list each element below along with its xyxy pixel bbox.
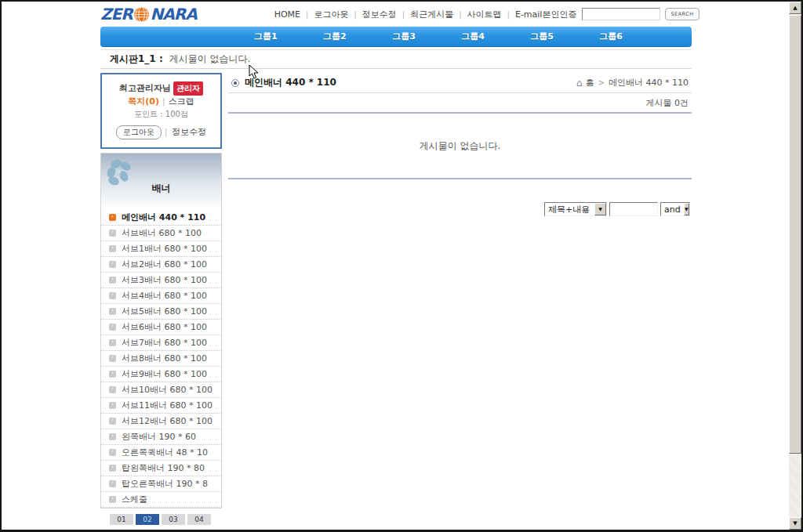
radio-bullet-icon — [231, 79, 239, 87]
board-notice-bar: 게시판1_1 :게시물이 없습니다. — [100, 49, 692, 69]
breadcrumb-current: 메인배너 440 * 110 — [609, 77, 689, 89]
pager-04[interactable]: 04 — [187, 514, 211, 525]
chevron-down-icon[interactable]: ▼ — [684, 203, 689, 215]
arrow-bullet-icon — [109, 402, 116, 409]
arrow-bullet-icon — [109, 386, 116, 393]
menu-item-sub6-banner[interactable]: 서브6배너 680 * 100 — [101, 320, 221, 335]
menu-item-sub9-banner[interactable]: 서브9배너 680 * 100 — [101, 367, 221, 382]
menu-item-sub5-banner[interactable]: 서브5배너 680 * 100 — [101, 304, 221, 320]
menu-item-top-left-banner[interactable]: 탑왼쪽배너 190 * 80 — [101, 461, 221, 476]
menu-item-right-quick-banner[interactable]: 오른쪽퀵배너 48 * 10 — [101, 445, 221, 461]
chevron-down-icon[interactable]: ▼ — [594, 203, 606, 215]
nav-sitemap[interactable]: 사이트맵 — [462, 9, 507, 20]
arrow-bullet-icon — [109, 465, 116, 472]
menu-item-left-banner[interactable]: 왼쪽배너 190 * 60 — [101, 429, 221, 445]
menu-item-main-banner[interactable]: 메인배너 440 * 110 — [101, 210, 221, 226]
search-field-value: 제목+내용 — [545, 204, 593, 215]
gnb-group1[interactable]: 그룹1 — [254, 31, 278, 42]
arrow-bullet-icon — [109, 355, 116, 362]
menu-item-top-right-banner[interactable]: 탑오른쪽배너 190 * 8 — [101, 476, 221, 492]
breadcrumb-home[interactable]: 홈 — [586, 77, 594, 89]
breadcrumb: ⌂ 홈 > 메인배너 440 * 110 — [576, 77, 692, 89]
menu-item-sub10-banner[interactable]: 서브10배너 680 * 100 — [101, 382, 221, 398]
arrow-bullet-icon — [109, 214, 116, 221]
nav-home[interactable]: HOME — [269, 9, 306, 20]
scrap-link[interactable]: 스크랩 — [169, 96, 194, 107]
search-operator-select[interactable]: and ▼ — [660, 202, 690, 216]
arrow-bullet-icon — [109, 245, 116, 252]
banner-menu: 배너 메인배너 440 * 110 서브배너 680 * 100 서브1배너 6… — [100, 153, 222, 508]
board-main: 메인배너 440 * 110 ⌂ 홈 > 메인배너 440 * 110 게시물 … — [228, 73, 692, 525]
menu-item-schedule[interactable]: 스케줄 — [101, 492, 221, 508]
menu-item-sub7-banner[interactable]: 서브7배너 680 * 100 — [101, 335, 221, 351]
admin-separator: | — [162, 96, 165, 107]
scroll-down-button[interactable]: ▼ — [789, 517, 801, 530]
nav-recent-posts[interactable]: 최근게시물 — [405, 9, 459, 20]
header-search-input[interactable] — [582, 8, 660, 20]
skin-pager: 01 02 03 04 — [100, 514, 222, 525]
memo-link[interactable]: 쪽지(0) — [128, 96, 159, 107]
edit-info-link[interactable]: 정보수정 — [172, 127, 206, 137]
gnb-group4[interactable]: 그룹4 — [461, 31, 485, 42]
vertical-scrollbar[interactable]: ▲ ▼ — [789, 2, 801, 530]
point-label: 포인트 : 100점 — [104, 108, 219, 120]
arrow-bullet-icon — [109, 324, 116, 331]
pager-02[interactable]: 02 — [136, 514, 159, 525]
pager-01[interactable]: 01 — [110, 514, 133, 525]
header-search-button[interactable]: SEARCH — [665, 8, 699, 20]
admin-user-name: 최고관리자님 — [119, 83, 171, 93]
arrow-bullet-icon — [109, 371, 116, 378]
gnb-group3[interactable]: 그룹3 — [392, 31, 416, 42]
board-search-row: 제목+내용 ▼ and ▼ — [228, 202, 692, 216]
group-nav-bar: 그룹1 그룹2 그룹3 그룹4 그룹5 그룹6 — [100, 27, 692, 47]
sidebar: 최고관리자님관리자 쪽지(0)|스크랩 포인트 : 100점 로그아웃|정보수정 — [100, 73, 222, 525]
logo-text-left: ZER — [100, 5, 133, 24]
globe-icon — [133, 6, 150, 23]
menu-item-sub1-banner[interactable]: 서브1배너 680 * 100 — [101, 241, 221, 257]
site-logo[interactable]: ZER NARA — [100, 5, 197, 24]
pager-03[interactable]: 03 — [162, 514, 185, 525]
scrollbar-thumb[interactable] — [789, 15, 801, 454]
board-title-row: 메인배너 440 * 110 ⌂ 홈 > 메인배너 440 * 110 — [228, 73, 692, 93]
arrow-bullet-icon — [109, 496, 116, 503]
arrow-bullet-icon — [109, 433, 116, 440]
logout-button[interactable]: 로그아웃 — [116, 125, 162, 139]
admin-badge: 관리자 — [173, 81, 203, 96]
gnb-group2[interactable]: 그룹2 — [323, 31, 347, 42]
menu-item-sub2-banner[interactable]: 서브2배너 680 * 100 — [101, 257, 221, 273]
empty-message: 게시물이 없습니다. — [228, 114, 692, 179]
banner-menu-title: 배너 — [101, 182, 221, 195]
nav-logout[interactable]: 로그아웃 — [308, 9, 354, 20]
breadcrumb-separator: > — [598, 78, 605, 87]
menu-item-sub-banner[interactable]: 서브배너 680 * 100 — [101, 226, 221, 241]
gnb-group6[interactable]: 그룹6 — [599, 31, 623, 42]
arrow-bullet-icon — [109, 261, 116, 268]
board-search-input[interactable] — [609, 202, 658, 216]
menu-item-sub3-banner[interactable]: 서브3배너 680 * 100 — [101, 273, 221, 288]
search-field-select[interactable]: 제목+내용 ▼ — [544, 202, 607, 216]
post-count: 게시물 0건 — [228, 93, 692, 114]
menu-item-sub8-banner[interactable]: 서브8배너 680 * 100 — [101, 351, 221, 367]
site-header: ZER NARA HOME | 로그아웃 | 정보수정 | 최근 — [100, 2, 692, 25]
menu-item-sub11-banner[interactable]: 서브11배너 680 * 100 — [101, 398, 221, 414]
home-icon: ⌂ — [576, 78, 583, 89]
banner-menu-list: 메인배너 440 * 110 서브배너 680 * 100 서브1배너 680 … — [101, 207, 221, 508]
logo-text-right: NARA — [151, 5, 197, 24]
arrow-bullet-icon — [109, 292, 116, 299]
browser-viewport: ZER NARA HOME | 로그아웃 | 정보수정 | 최근 — [2, 2, 789, 530]
admin-info-box: 최고관리자님관리자 쪽지(0)|스크랩 포인트 : 100점 로그아웃|정보수정 — [100, 73, 222, 149]
arrow-bullet-icon — [109, 230, 116, 237]
menu-item-sub4-banner[interactable]: 서브4배너 680 * 100 — [101, 288, 221, 304]
top-navigation: HOME | 로그아웃 | 정보수정 | 최근게시물 | 사이트맵 | E-ma… — [269, 9, 583, 20]
nav-edit-info[interactable]: 정보수정 — [357, 9, 402, 20]
board-notice-label: 게시판1_1 : — [110, 53, 163, 64]
board-notice-message: 게시물이 없습니다. — [169, 53, 251, 64]
header-search: SEARCH — [582, 8, 699, 20]
arrow-bullet-icon — [109, 449, 116, 456]
arrow-bullet-icon — [109, 277, 116, 284]
gnb-group5[interactable]: 그룹5 — [530, 31, 554, 42]
scroll-up-button[interactable]: ▲ — [789, 2, 801, 14]
menu-item-sub12-banner[interactable]: 서브12배너 680 * 100 — [101, 414, 221, 429]
nav-email-verify[interactable]: E-mail본인인증 — [510, 9, 583, 20]
board-title: 메인배너 440 * 110 — [245, 76, 336, 89]
